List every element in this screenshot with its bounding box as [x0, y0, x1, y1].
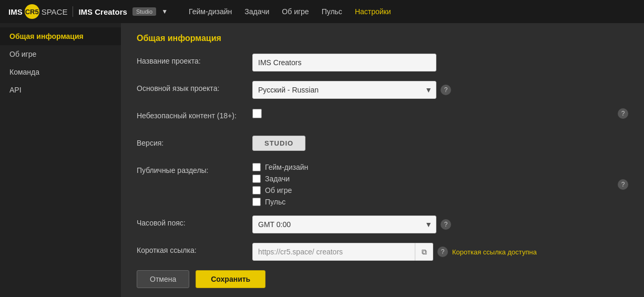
- layout: Общая информация Об игре Команда API Общ…: [0, 23, 644, 297]
- copy-icon: ⧉: [422, 248, 427, 257]
- nsfw-label: Небезопасный контент (18+):: [137, 108, 252, 120]
- button-row: Отмена Сохранить: [137, 270, 628, 288]
- timezone-select[interactable]: GMT 0:00 GMT +3:00 GMT +5:00 GMT -5:00: [252, 216, 436, 233]
- section-title: Общая информация: [137, 34, 628, 43]
- public-sections-label: Публичные разделы:: [137, 163, 252, 175]
- timezone-label: Часовой пояс:: [137, 216, 252, 227]
- brand-creators-label: IMS Creators: [78, 7, 127, 16]
- public-sections-help-icon[interactable]: ?: [618, 179, 628, 190]
- save-button[interactable]: Сохранить: [196, 270, 265, 288]
- section-about[interactable]: Об игре: [252, 186, 308, 194]
- logo-space-text: SPACE: [42, 7, 68, 16]
- sidebar-item-api[interactable]: API: [0, 81, 121, 99]
- brand-logo: IMS CR5 SPACE: [8, 4, 67, 19]
- version-button[interactable]: STUDIO: [252, 136, 305, 151]
- brand: IMS CR5 SPACE IMS Creators Studio ▼: [8, 4, 168, 19]
- language-select[interactable]: Русский - Russian English Deutsch França…: [252, 81, 436, 99]
- language-row: Основной язык проекта: Русский - Russian…: [137, 81, 628, 99]
- short-link-row: Короткая ссылка: ⧉ ? Короткая ссылка дос…: [137, 243, 628, 261]
- section-game-design[interactable]: Гейм-дизайн: [252, 163, 308, 171]
- short-link-status: Короткая ссылка доступна: [452, 248, 537, 256]
- logo-icon: CR5: [25, 4, 39, 19]
- public-sections-row: Публичные разделы: Гейм-дизайн Задачи: [137, 163, 628, 206]
- project-name-label: Название проекта:: [137, 54, 252, 65]
- project-name-control: [252, 54, 628, 71]
- version-label: Версия:: [137, 136, 252, 147]
- cancel-button[interactable]: Отмена: [137, 270, 189, 288]
- brand-divider: [73, 6, 73, 17]
- project-name-row: Название проекта:: [137, 54, 628, 71]
- nsfw-checkbox[interactable]: [252, 109, 262, 118]
- short-link-control: ⧉ ? Короткая ссылка доступна: [252, 243, 628, 261]
- nsfw-checkbox-wrap: [252, 109, 262, 118]
- copy-button[interactable]: ⧉: [415, 243, 433, 261]
- timezone-help-icon[interactable]: ?: [441, 219, 451, 230]
- language-label: Основной язык проекта:: [137, 81, 252, 93]
- nav-game-design[interactable]: Гейм-дизайн: [189, 7, 232, 16]
- section-tasks-checkbox[interactable]: [252, 175, 261, 183]
- section-tasks[interactable]: Задачи: [252, 175, 308, 183]
- main-content: Общая информация Название проекта: Основ…: [121, 23, 644, 297]
- section-about-checkbox[interactable]: [252, 186, 261, 194]
- nav-settings[interactable]: Настройки: [355, 7, 391, 16]
- timezone-control: GMT 0:00 GMT +3:00 GMT +5:00 GMT -5:00 ▼…: [252, 216, 628, 233]
- project-name-input[interactable]: [252, 54, 436, 71]
- public-sections-group: Гейм-дизайн Задачи Об игре Пульс: [252, 163, 308, 206]
- section-game-design-checkbox[interactable]: [252, 163, 261, 171]
- section-pulse[interactable]: Пульс: [252, 198, 308, 206]
- sidebar-item-general[interactable]: Общая информация: [0, 27, 121, 45]
- short-link-input[interactable]: [252, 243, 415, 261]
- short-link-label: Короткая ссылка:: [137, 243, 252, 254]
- nav-links: Гейм-дизайн Задачи Об игре Пульс Настрой…: [189, 7, 391, 16]
- version-control: STUDIO: [252, 136, 628, 151]
- nav-about-game[interactable]: Об игре: [282, 7, 309, 16]
- nav-pulse[interactable]: Пульс: [322, 7, 342, 16]
- form-content: Название проекта: Основной язык проекта:…: [137, 54, 628, 288]
- timezone-row: Часовой пояс: GMT 0:00 GMT +3:00 GMT +5:…: [137, 216, 628, 233]
- topnav: IMS CR5 SPACE IMS Creators Studio ▼ Гейм…: [0, 0, 644, 23]
- section-pulse-checkbox[interactable]: [252, 198, 261, 206]
- language-help-icon[interactable]: ?: [441, 85, 451, 95]
- nav-tasks[interactable]: Задачи: [244, 7, 269, 16]
- nsfw-help-icon[interactable]: ?: [618, 108, 628, 119]
- timezone-select-wrap: GMT 0:00 GMT +3:00 GMT +5:00 GMT -5:00 ▼: [252, 216, 436, 233]
- studio-badge[interactable]: Studio: [132, 7, 156, 16]
- brand-dropdown-icon[interactable]: ▼: [161, 8, 168, 15]
- nsfw-control: ?: [252, 108, 628, 119]
- public-sections-control: Гейм-дизайн Задачи Об игре Пульс: [252, 163, 628, 206]
- language-select-wrap: Русский - Russian English Deutsch França…: [252, 81, 436, 99]
- short-link-help-icon[interactable]: ?: [437, 247, 448, 257]
- nsfw-row: Небезопасный контент (18+): ?: [137, 108, 628, 126]
- sidebar-item-about[interactable]: Об игре: [0, 45, 121, 63]
- sidebar-item-team[interactable]: Команда: [0, 63, 121, 81]
- short-link-input-wrap: ⧉: [252, 243, 433, 261]
- logo-ims-text: IMS: [8, 7, 23, 16]
- version-row: Версия: STUDIO: [137, 136, 628, 153]
- language-control: Русский - Russian English Deutsch França…: [252, 81, 628, 99]
- sidebar: Общая информация Об игре Команда API: [0, 23, 121, 297]
